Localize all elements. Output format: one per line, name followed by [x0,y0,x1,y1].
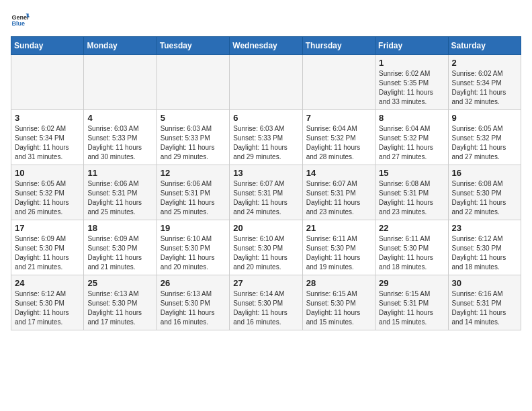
day-info: Sunrise: 6:04 AMSunset: 5:32 PMDaylight:… [306,124,371,162]
day-info: Sunrise: 6:08 AMSunset: 5:31 PMDaylight:… [379,179,444,217]
calendar-cell: 5Sunrise: 6:03 AMSunset: 5:33 PMDaylight… [157,110,229,165]
weekday-header-friday: Friday [375,37,448,55]
calendar-cell [157,55,229,110]
calendar-cell: 18Sunrise: 6:09 AMSunset: 5:30 PMDayligh… [84,220,157,275]
day-info: Sunrise: 6:10 AMSunset: 5:30 PMDaylight:… [233,234,298,272]
day-info: Sunrise: 6:02 AMSunset: 5:34 PMDaylight:… [15,124,80,162]
day-number: 24 [15,278,80,288]
calendar-cell: 8Sunrise: 6:04 AMSunset: 5:32 PMDaylight… [375,110,448,165]
calendar-table: SundayMondayTuesdayWednesdayThursdayFrid… [11,36,521,330]
day-number: 17 [15,223,80,233]
day-info: Sunrise: 6:02 AMSunset: 5:35 PMDaylight:… [379,69,444,107]
day-info: Sunrise: 6:04 AMSunset: 5:32 PMDaylight:… [379,124,444,162]
calendar-cell: 30Sunrise: 6:16 AMSunset: 5:31 PMDayligh… [448,275,521,330]
calendar-cell: 19Sunrise: 6:10 AMSunset: 5:30 PMDayligh… [157,220,229,275]
week-row-1: 1Sunrise: 6:02 AMSunset: 5:35 PMDaylight… [11,55,521,110]
weekday-header-row: SundayMondayTuesdayWednesdayThursdayFrid… [11,37,521,55]
calendar-cell: 10Sunrise: 6:05 AMSunset: 5:32 PMDayligh… [11,165,84,220]
week-row-3: 10Sunrise: 6:05 AMSunset: 5:32 PMDayligh… [11,165,521,220]
page-header: General Blue [11,11,521,30]
calendar-cell: 23Sunrise: 6:12 AMSunset: 5:30 PMDayligh… [448,220,521,275]
day-info: Sunrise: 6:11 AMSunset: 5:30 PMDaylight:… [306,234,371,272]
calendar-cell: 22Sunrise: 6:11 AMSunset: 5:30 PMDayligh… [375,220,448,275]
day-number: 3 [15,113,80,123]
calendar-cell [302,55,375,110]
day-number: 16 [452,168,517,178]
day-info: Sunrise: 6:06 AMSunset: 5:31 PMDaylight:… [161,179,226,217]
calendar-cell: 13Sunrise: 6:07 AMSunset: 5:31 PMDayligh… [230,165,302,220]
day-number: 2 [452,58,517,68]
day-info: Sunrise: 6:16 AMSunset: 5:31 PMDaylight:… [452,289,517,327]
day-info: Sunrise: 6:15 AMSunset: 5:31 PMDaylight:… [379,289,444,327]
day-info: Sunrise: 6:10 AMSunset: 5:30 PMDaylight:… [161,234,226,272]
day-number: 25 [87,278,152,288]
day-info: Sunrise: 6:13 AMSunset: 5:30 PMDaylight:… [161,289,226,327]
calendar-cell: 29Sunrise: 6:15 AMSunset: 5:31 PMDayligh… [375,275,448,330]
weekday-header-tuesday: Tuesday [157,37,229,55]
day-info: Sunrise: 6:02 AMSunset: 5:34 PMDaylight:… [452,69,517,107]
day-info: Sunrise: 6:15 AMSunset: 5:30 PMDaylight:… [306,289,371,327]
day-number: 7 [306,113,371,123]
weekday-header-thursday: Thursday [302,37,375,55]
calendar-cell: 7Sunrise: 6:04 AMSunset: 5:32 PMDaylight… [302,110,375,165]
day-info: Sunrise: 6:03 AMSunset: 5:33 PMDaylight:… [161,124,226,162]
day-number: 27 [233,278,298,288]
day-info: Sunrise: 6:14 AMSunset: 5:30 PMDaylight:… [233,289,298,327]
calendar-cell: 16Sunrise: 6:08 AMSunset: 5:30 PMDayligh… [448,165,521,220]
day-info: Sunrise: 6:05 AMSunset: 5:32 PMDaylight:… [452,124,517,162]
calendar-cell: 21Sunrise: 6:11 AMSunset: 5:30 PMDayligh… [302,220,375,275]
day-number: 30 [452,278,517,288]
calendar-cell: 9Sunrise: 6:05 AMSunset: 5:32 PMDaylight… [448,110,521,165]
week-row-5: 24Sunrise: 6:12 AMSunset: 5:30 PMDayligh… [11,275,521,330]
day-info: Sunrise: 6:11 AMSunset: 5:30 PMDaylight:… [379,234,444,272]
day-info: Sunrise: 6:06 AMSunset: 5:31 PMDaylight:… [87,179,152,217]
calendar-cell: 3Sunrise: 6:02 AMSunset: 5:34 PMDaylight… [11,110,84,165]
calendar-cell: 4Sunrise: 6:03 AMSunset: 5:33 PMDaylight… [84,110,157,165]
calendar-cell: 20Sunrise: 6:10 AMSunset: 5:30 PMDayligh… [230,220,302,275]
calendar-cell: 26Sunrise: 6:13 AMSunset: 5:30 PMDayligh… [157,275,229,330]
day-number: 15 [379,168,444,178]
day-number: 8 [379,113,444,123]
calendar-cell: 28Sunrise: 6:15 AMSunset: 5:30 PMDayligh… [302,275,375,330]
weekday-header-sunday: Sunday [11,37,84,55]
weekday-header-saturday: Saturday [448,37,521,55]
day-number: 9 [452,113,517,123]
calendar-cell: 11Sunrise: 6:06 AMSunset: 5:31 PMDayligh… [84,165,157,220]
svg-text:Blue: Blue [11,20,25,27]
day-number: 13 [233,168,298,178]
day-info: Sunrise: 6:07 AMSunset: 5:31 PMDaylight:… [233,179,298,217]
day-info: Sunrise: 6:03 AMSunset: 5:33 PMDaylight:… [233,124,298,162]
day-number: 29 [379,278,444,288]
day-number: 1 [379,58,444,68]
logo: General Blue [11,11,32,30]
calendar-cell: 12Sunrise: 6:06 AMSunset: 5:31 PMDayligh… [157,165,229,220]
calendar-cell: 1Sunrise: 6:02 AMSunset: 5:35 PMDaylight… [375,55,448,110]
day-number: 10 [15,168,80,178]
calendar-cell: 6Sunrise: 6:03 AMSunset: 5:33 PMDaylight… [230,110,302,165]
calendar-cell [11,55,84,110]
calendar-cell: 15Sunrise: 6:08 AMSunset: 5:31 PMDayligh… [375,165,448,220]
day-info: Sunrise: 6:05 AMSunset: 5:32 PMDaylight:… [15,179,80,217]
weekday-header-monday: Monday [84,37,157,55]
week-row-2: 3Sunrise: 6:02 AMSunset: 5:34 PMDaylight… [11,110,521,165]
day-number: 6 [233,113,298,123]
day-number: 14 [306,168,371,178]
day-number: 12 [161,168,226,178]
calendar-cell [230,55,302,110]
day-number: 18 [87,223,152,233]
day-info: Sunrise: 6:09 AMSunset: 5:30 PMDaylight:… [87,234,152,272]
day-info: Sunrise: 6:13 AMSunset: 5:30 PMDaylight:… [87,289,152,327]
day-info: Sunrise: 6:07 AMSunset: 5:31 PMDaylight:… [306,179,371,217]
day-number: 26 [161,278,226,288]
day-info: Sunrise: 6:08 AMSunset: 5:30 PMDaylight:… [452,179,517,217]
weekday-header-wednesday: Wednesday [230,37,302,55]
day-info: Sunrise: 6:09 AMSunset: 5:30 PMDaylight:… [15,234,80,272]
calendar-cell: 2Sunrise: 6:02 AMSunset: 5:34 PMDaylight… [448,55,521,110]
day-info: Sunrise: 6:03 AMSunset: 5:33 PMDaylight:… [87,124,152,162]
day-number: 11 [87,168,152,178]
day-number: 5 [161,113,226,123]
week-row-4: 17Sunrise: 6:09 AMSunset: 5:30 PMDayligh… [11,220,521,275]
day-number: 21 [306,223,371,233]
day-number: 23 [452,223,517,233]
day-info: Sunrise: 6:12 AMSunset: 5:30 PMDaylight:… [15,289,80,327]
